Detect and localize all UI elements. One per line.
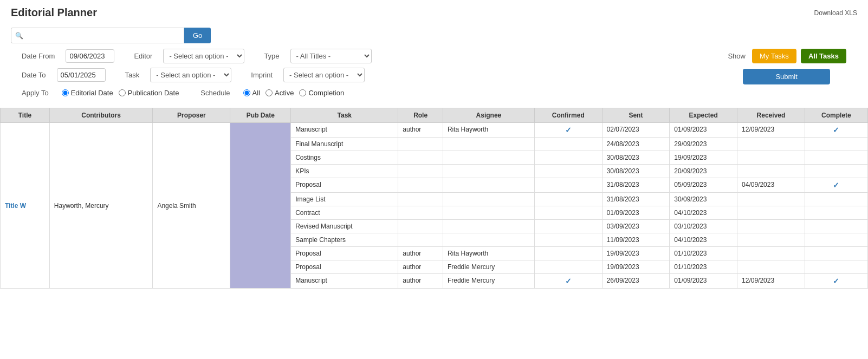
date-from-input[interactable]	[66, 49, 114, 63]
apply-publication-option[interactable]: Publication Date	[119, 89, 179, 97]
asignee-cell	[443, 233, 534, 247]
confirmed-cell: ✓	[534, 123, 602, 138]
complete-check-icon: ✓	[833, 277, 839, 285]
sent-cell: 30/08/2023	[602, 151, 670, 165]
complete-cell	[805, 233, 867, 247]
type-select[interactable]: - All Titles -	[290, 49, 372, 63]
asignee-cell	[443, 178, 534, 193]
editor-select[interactable]: - Select an option -	[163, 49, 244, 63]
asignee-cell: Freddie Mercury	[443, 260, 534, 274]
go-button[interactable]: Go	[184, 28, 211, 43]
app-title: Editorial Planner	[11, 6, 97, 19]
complete-cell	[805, 247, 867, 260]
expected-cell: 20/09/2023	[670, 165, 737, 178]
received-cell	[737, 151, 805, 165]
confirmed-cell	[534, 165, 602, 178]
col-confirmed: Confirmed	[534, 108, 602, 123]
received-cell	[737, 233, 805, 247]
table-row: Title WHayworth, MercuryAngela SmithManu…	[1, 123, 868, 138]
received-cell	[737, 220, 805, 233]
received-cell	[737, 247, 805, 260]
col-asignee: Asignee	[443, 108, 534, 123]
role-cell: author	[398, 247, 443, 260]
imprint-select[interactable]: - Select an option -	[283, 68, 365, 82]
apply-to-group: Editorial Date Publication Date	[62, 89, 179, 97]
col-received: Received	[737, 108, 805, 123]
expected-cell: 30/09/2023	[670, 193, 737, 206]
role-cell	[398, 138, 443, 151]
download-xls-button[interactable]: Download XLS	[814, 9, 857, 17]
role-cell	[398, 220, 443, 233]
all-tasks-button[interactable]: All Tasks	[801, 49, 846, 63]
col-pub-date: Pub Date	[230, 108, 291, 123]
col-task: Task	[291, 108, 398, 123]
task-cell: Proposal	[291, 178, 398, 193]
submit-button[interactable]: Submit	[743, 69, 830, 84]
schedule-all-option[interactable]: All	[243, 89, 260, 97]
complete-check-icon: ✓	[833, 126, 839, 134]
schedule-completion-option[interactable]: Completion	[299, 89, 344, 97]
search-input[interactable]	[11, 28, 184, 43]
role-cell: author	[398, 260, 443, 274]
expected-cell: 05/09/2023	[670, 178, 737, 193]
asignee-cell	[443, 206, 534, 220]
complete-cell	[805, 193, 867, 206]
complete-cell: ✓	[805, 274, 867, 289]
complete-cell	[805, 220, 867, 233]
expected-cell: 29/09/2023	[670, 138, 737, 151]
confirmed-cell: ✓	[534, 274, 602, 289]
role-cell: author	[398, 123, 443, 138]
task-cell: Final Manuscript	[291, 138, 398, 151]
sent-cell: 31/08/2023	[602, 193, 670, 206]
task-cell: Manuscript	[291, 274, 398, 289]
confirmed-cell	[534, 260, 602, 274]
complete-cell: ✓	[805, 178, 867, 193]
title-cell[interactable]: Title W	[1, 123, 50, 289]
received-cell	[737, 206, 805, 220]
apply-editorial-option[interactable]: Editorial Date	[62, 89, 113, 97]
confirmed-cell	[534, 247, 602, 260]
received-cell	[737, 260, 805, 274]
complete-cell	[805, 138, 867, 151]
role-cell	[398, 193, 443, 206]
task-label: Task	[125, 71, 140, 79]
col-role: Role	[398, 108, 443, 123]
sent-cell: 03/09/2023	[602, 220, 670, 233]
schedule-active-option[interactable]: Active	[265, 89, 294, 97]
asignee-cell	[443, 138, 534, 151]
imprint-label: Imprint	[251, 71, 273, 79]
task-select[interactable]: - Select an option -	[150, 68, 231, 82]
pub-date-cell	[230, 123, 291, 289]
confirmed-cell	[534, 233, 602, 247]
asignee-cell	[443, 220, 534, 233]
date-to-input[interactable]	[57, 68, 106, 82]
main-table: Title Contributors Proposer Pub Date Tas…	[0, 108, 868, 289]
received-cell: 12/09/2023	[737, 123, 805, 138]
apply-to-label: Apply To	[22, 89, 49, 97]
received-cell: 04/09/2023	[737, 178, 805, 193]
confirmed-cell	[534, 193, 602, 206]
task-cell: Image List	[291, 193, 398, 206]
asignee-cell	[443, 151, 534, 165]
my-tasks-button[interactable]: My Tasks	[752, 49, 796, 63]
search-icon: 🔍	[15, 32, 23, 40]
role-cell	[398, 178, 443, 193]
sent-cell: 11/09/2023	[602, 233, 670, 247]
asignee-cell: Rita Hayworth	[443, 247, 534, 260]
expected-cell: 01/10/2023	[670, 260, 737, 274]
sent-cell: 24/08/2023	[602, 138, 670, 151]
show-label: Show	[728, 52, 746, 60]
sent-cell: 01/09/2023	[602, 206, 670, 220]
complete-cell	[805, 206, 867, 220]
role-cell: author	[398, 274, 443, 289]
asignee-cell	[443, 193, 534, 206]
complete-cell	[805, 151, 867, 165]
expected-cell: 01/10/2023	[670, 247, 737, 260]
asignee-cell: Rita Hayworth	[443, 123, 534, 138]
col-contributors: Contributors	[49, 108, 153, 123]
task-cell: Proposal	[291, 247, 398, 260]
confirmed-cell	[534, 151, 602, 165]
sent-cell: 19/09/2023	[602, 247, 670, 260]
schedule-label: Schedule	[200, 89, 230, 97]
task-cell: Contract	[291, 206, 398, 220]
